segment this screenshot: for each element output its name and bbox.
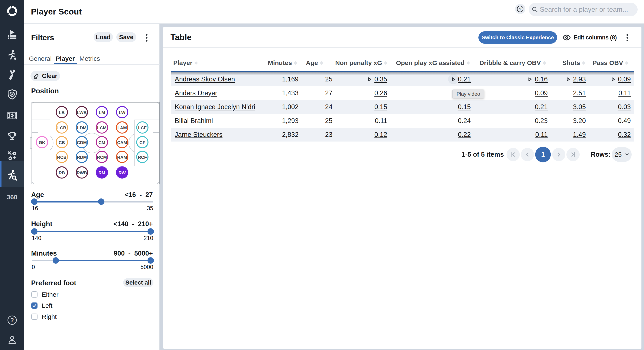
svg-text:RM: RM — [98, 170, 105, 175]
svg-text:RCF: RCF — [138, 155, 147, 160]
svg-text:CAM: CAM — [117, 140, 127, 145]
svg-text:RCM: RCM — [97, 155, 107, 160]
svg-text:LAM: LAM — [118, 125, 127, 130]
svg-text:CDM: CDM — [77, 140, 87, 145]
svg-text:RCB: RCB — [57, 155, 66, 160]
svg-text:?: ? — [10, 317, 14, 323]
svg-text:RB: RB — [58, 170, 65, 175]
svg-text:LDM: LDM — [77, 125, 86, 130]
svg-text:LWB: LWB — [77, 110, 87, 115]
svg-text:GK: GK — [39, 140, 46, 145]
svg-text:RWB: RWB — [77, 170, 87, 175]
svg-text:RDM: RDM — [77, 155, 87, 160]
svg-text:?: ? — [519, 7, 522, 11]
svg-text:LCF: LCF — [138, 125, 146, 130]
svg-text:CF: CF — [139, 140, 145, 145]
svg-text:CM: CM — [98, 140, 105, 145]
svg-text:LCM: LCM — [97, 125, 106, 130]
svg-text:LM: LM — [99, 110, 105, 115]
svg-text:LCB: LCB — [57, 125, 66, 130]
svg-text:LB: LB — [59, 110, 64, 115]
svg-text:LW: LW — [119, 110, 126, 115]
svg-text:RW: RW — [118, 170, 126, 175]
svg-text:CB: CB — [58, 140, 65, 145]
svg-text:RAM: RAM — [117, 155, 127, 160]
